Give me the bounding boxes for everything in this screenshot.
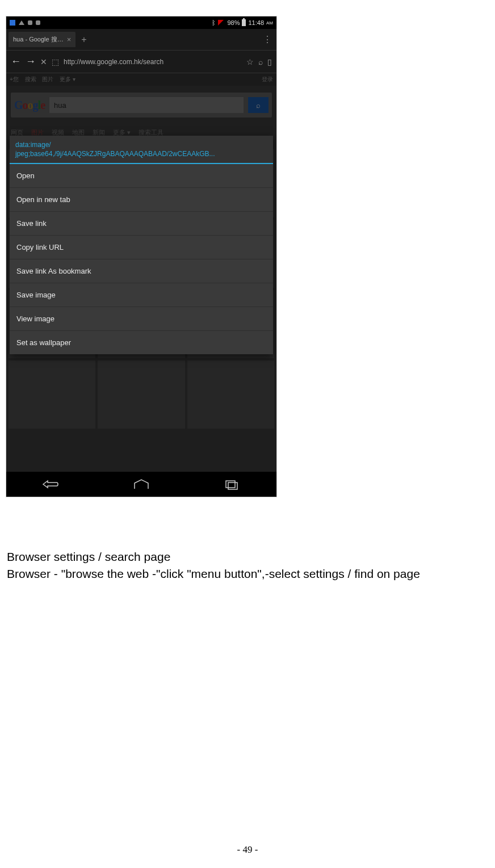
notif-icon [10, 20, 15, 26]
url-text[interactable]: http://www.google.com.hk/search [64, 58, 242, 66]
bluetooth-icon: ᛒ [212, 19, 216, 26]
document-body: Browser settings / search page Browser -… [6, 548, 489, 583]
battery-pct: 98% [227, 19, 240, 26]
forward-icon[interactable]: → [26, 56, 36, 68]
url-bar: ← → ✕ ⬚ http://www.google.com.hk/search … [6, 51, 276, 73]
ctx-open[interactable]: Open [10, 164, 273, 188]
svg-rect-1 [228, 483, 237, 489]
site-icon: ⬚ [52, 57, 59, 66]
ctx-save-bookmark[interactable]: Save link As bookmark [10, 259, 273, 283]
new-tab-icon[interactable]: + [81, 35, 86, 45]
notif-icon-4 [36, 20, 40, 25]
clock-time: 11:48 [248, 19, 264, 26]
ctx-copy-link-url[interactable]: Copy link URL [10, 236, 273, 259]
clock-ampm: AM [266, 20, 273, 26]
doc-line: Browser settings / search page [7, 548, 489, 565]
home-nav-icon[interactable] [132, 479, 150, 490]
back-icon[interactable]: ← [11, 56, 21, 68]
tab-overflow-icon[interactable]: ⋮ [263, 34, 272, 45]
battery-icon [242, 19, 246, 26]
phone-screenshot: ᛒ 98% 11:48 AM hua - Google 搜… × + ⋮ ← →… [6, 16, 277, 497]
notif-icon-3 [28, 20, 32, 25]
page-number: - 49 - [0, 844, 495, 856]
bookmark-icon[interactable]: ▯ [267, 57, 272, 66]
ctx-set-wallpaper[interactable]: Set as wallpaper [10, 331, 273, 354]
android-navbar [6, 472, 276, 497]
star-icon[interactable]: ☆ [246, 57, 254, 66]
recents-nav-icon[interactable] [223, 479, 241, 490]
browser-tab-row: hua - Google 搜… × + ⋮ [6, 29, 276, 51]
ctx-view-image[interactable]: View image [10, 307, 273, 331]
context-menu-header: data:image/jpeg;base64,/9j/4AAQSkZJRgABA… [10, 136, 273, 164]
signal-icon [218, 20, 225, 26]
stop-icon[interactable]: ✕ [40, 57, 47, 66]
browser-tab[interactable]: hua - Google 搜… × [9, 32, 75, 47]
page-content: +您 搜索 图片 更多 ▾ 登录 Google hua ⌕ [6, 73, 276, 472]
context-menu: data:image/jpeg;base64,/9j/4AAQSkZJRgABA… [10, 136, 273, 354]
ctx-open-new-tab[interactable]: Open in new tab [10, 188, 273, 212]
tab-title: hua - Google 搜… [13, 35, 64, 44]
doc-line: Browser - "browse the web -"click "menu … [7, 565, 489, 582]
close-tab-icon[interactable]: × [67, 35, 72, 44]
status-bar: ᛒ 98% 11:48 AM [6, 16, 276, 29]
notif-icon-2 [19, 20, 24, 25]
ctx-save-link[interactable]: Save link [10, 212, 273, 236]
search-icon[interactable]: ⌕ [258, 57, 263, 66]
ctx-save-image[interactable]: Save image [10, 283, 273, 307]
back-nav-icon[interactable] [42, 479, 60, 490]
svg-rect-0 [226, 481, 235, 488]
